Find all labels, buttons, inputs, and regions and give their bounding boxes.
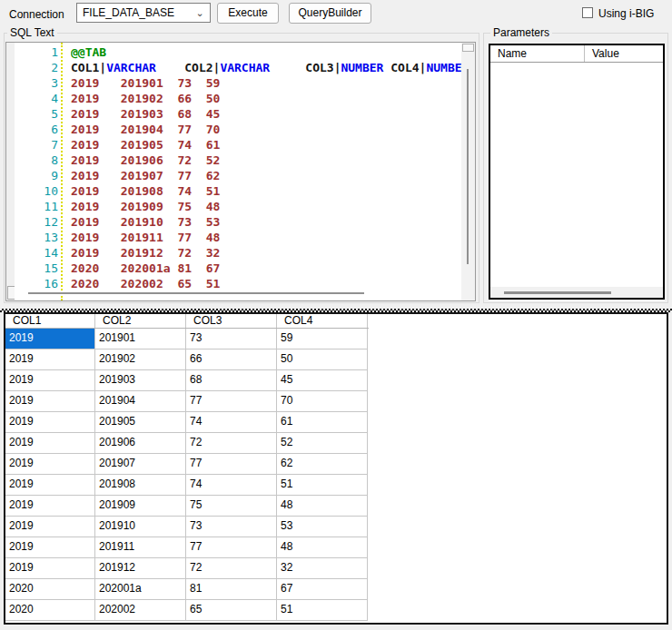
chevron-down-icon: ⌄ — [194, 7, 205, 18]
grid-cell[interactable]: 66 — [186, 349, 277, 370]
line-number: 8 — [15, 153, 58, 168]
grid-cell[interactable]: 73 — [186, 329, 277, 349]
editor-hscroll-thumb[interactable] — [28, 292, 364, 294]
grid-cell[interactable]: 77 — [186, 391, 277, 412]
code-segment: 2019 201903 68 45 — [71, 107, 220, 121]
execute-button[interactable]: Execute — [217, 3, 279, 24]
grid-cell[interactable]: 2019 — [5, 391, 95, 412]
grid-cell[interactable]: 2019 — [5, 454, 95, 475]
grid-cell[interactable]: 50 — [277, 349, 368, 370]
parameters-table: Name Value — [489, 44, 665, 300]
grid-cell[interactable]: 61 — [277, 412, 368, 433]
grid-cell[interactable]: 52 — [277, 433, 368, 454]
grid-cell[interactable]: 72 — [186, 558, 277, 579]
line-number: 7 — [15, 137, 58, 153]
table-row: 2020202001a8167 — [5, 579, 369, 600]
grid-cell[interactable]: 70 — [277, 391, 368, 412]
parameters-hscroll-thumb[interactable] — [504, 291, 611, 294]
grid-cell[interactable]: 202001a — [95, 579, 186, 600]
grid-cell[interactable]: 81 — [186, 579, 277, 600]
using-ibig-label: Using i-BIG — [598, 7, 654, 20]
code-segment: 2019 201901 73 59 — [71, 76, 220, 90]
editor-left-scrollbar[interactable] — [6, 43, 15, 300]
grid-cell[interactable]: 75 — [186, 496, 277, 517]
results-grid[interactable]: COL1 COL2 COL3 COL4 20192019017359201920… — [4, 312, 668, 625]
code-line: 2019 201912 72 32 — [71, 245, 463, 261]
results-column-header-col3[interactable]: COL3 — [186, 314, 277, 328]
grid-cell[interactable]: 201904 — [95, 391, 186, 412]
code-segment: NUMBER — [341, 61, 383, 74]
grid-cell[interactable]: 73 — [186, 517, 277, 537]
grid-cell[interactable]: 53 — [277, 517, 368, 537]
grid-cell[interactable]: 2020 — [5, 579, 95, 600]
grid-cell[interactable]: 59 — [277, 329, 368, 349]
results-column-header-col4[interactable]: COL4 — [277, 314, 368, 328]
grid-cell[interactable]: 77 — [186, 454, 277, 475]
editor-vscroll-thumb[interactable] — [467, 69, 469, 264]
editor-vscroll-button[interactable] — [462, 44, 474, 52]
line-number: 16 — [15, 276, 58, 291]
grid-cell[interactable]: 201908 — [95, 475, 186, 496]
grid-cell[interactable]: 201906 — [95, 433, 186, 454]
grid-cell[interactable]: 77 — [186, 537, 277, 558]
using-ibig-checkbox[interactable] — [582, 7, 593, 18]
grid-cell[interactable]: 201911 — [95, 537, 186, 558]
grid-cell[interactable]: 2020 — [5, 600, 95, 621]
grid-cell[interactable]: 45 — [277, 370, 368, 391]
grid-cell[interactable]: 48 — [277, 537, 368, 558]
grid-cell[interactable]: 201910 — [95, 517, 186, 537]
grid-cell[interactable]: 72 — [186, 433, 277, 454]
results-column-header-col2[interactable]: COL2 — [95, 314, 186, 328]
code-line: 2019 201905 74 61 — [71, 137, 463, 153]
grid-cell[interactable]: 51 — [277, 600, 368, 621]
parameters-table-header: Name Value — [490, 45, 663, 63]
grid-cell[interactable]: 201912 — [95, 558, 186, 579]
grid-cell[interactable]: 201901 — [95, 329, 186, 349]
code-segment: NUMBER — [426, 61, 463, 74]
sql-editor[interactable]: 12345678910111213141516 @@TABCOL1|VARCHA… — [5, 42, 476, 301]
grid-cell[interactable]: 67 — [277, 579, 368, 600]
grid-cell[interactable]: 2019 — [5, 558, 95, 579]
table-row: 20192019077762 — [5, 454, 369, 475]
grid-cell[interactable]: 2019 — [5, 370, 95, 391]
grid-cell[interactable]: 2019 — [5, 349, 95, 370]
table-row: 20192019047770 — [5, 391, 369, 412]
grid-cell[interactable]: 201909 — [95, 496, 186, 517]
grid-cell[interactable]: 2019 — [5, 433, 95, 454]
grid-cell[interactable]: 201907 — [95, 454, 186, 475]
line-number: 1 — [15, 44, 58, 60]
sql-text-group-title: SQL Text — [7, 26, 57, 39]
table-row: 20192019097548 — [5, 496, 369, 517]
results-column-header-col1[interactable]: COL1 — [5, 314, 95, 328]
grid-cell[interactable]: 32 — [277, 558, 368, 579]
querybuilder-button[interactable]: QueryBuilder — [289, 3, 371, 24]
parameters-hscrollbar[interactable] — [490, 287, 663, 298]
editor-vertical-scrollbar[interactable] — [461, 43, 475, 300]
grid-cell[interactable]: 2019 — [5, 475, 95, 496]
connection-combobox[interactable]: FILE_DATA_BASE ⌄ — [76, 3, 211, 23]
table-row: 20192019026650 — [5, 349, 369, 370]
parameters-name-column-header[interactable]: Name — [490, 45, 585, 62]
parameters-value-column-header[interactable]: Value — [585, 45, 663, 62]
code-segment: 2019 201909 75 48 — [71, 200, 220, 213]
grid-cell[interactable]: 202002 — [95, 600, 186, 621]
grid-cell[interactable]: 51 — [277, 475, 368, 496]
grid-cell[interactable]: 2019 — [5, 496, 95, 517]
line-number: 12 — [15, 214, 58, 230]
grid-cell[interactable]: 65 — [186, 600, 277, 621]
grid-cell[interactable]: 201905 — [95, 412, 186, 433]
grid-cell-selected[interactable]: 2019 — [5, 329, 95, 349]
grid-cell[interactable]: 68 — [186, 370, 277, 391]
grid-cell[interactable]: 2019 — [5, 537, 95, 558]
grid-cell[interactable]: 48 — [277, 496, 368, 517]
grid-cell[interactable]: 2019 — [5, 412, 95, 433]
code-segment: 2019 201907 77 62 — [71, 169, 220, 182]
grid-cell[interactable]: 74 — [186, 412, 277, 433]
grid-cell[interactable]: 74 — [186, 475, 277, 496]
grid-cell[interactable]: 62 — [277, 454, 368, 475]
grid-cell[interactable]: 201903 — [95, 370, 186, 391]
grid-cell[interactable]: 201902 — [95, 349, 186, 370]
code-segment: @@TAB — [71, 45, 106, 59]
sql-editor-lines[interactable]: @@TABCOL1|VARCHAR COL2|VARCHAR COL3|NUMB… — [71, 43, 463, 300]
grid-cell[interactable]: 2019 — [5, 517, 95, 537]
